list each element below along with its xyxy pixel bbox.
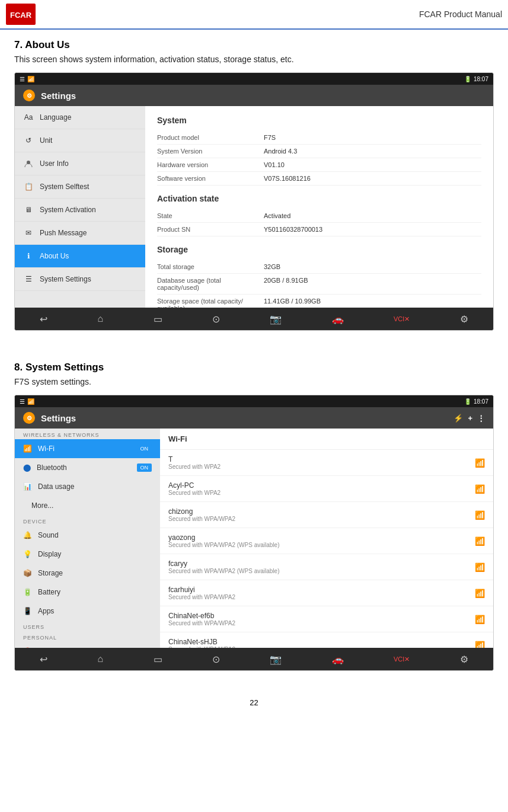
wifi-network-fcaryy[interactable]: fcaryy Secured with WPA/WPA2 (WPS availa… (160, 554, 493, 580)
fcar-logo: FCAR (6, 4, 36, 25)
wifi-toggle[interactable]: ON (137, 445, 152, 453)
wifi-signal-chinahjb: 📶 (475, 641, 485, 648)
sys-topbar-dots[interactable]: ⋮ (477, 414, 485, 423)
nav2-car-icon[interactable]: 🚗 (327, 653, 349, 666)
wifi-network-T[interactable]: T Secured with WPA2 📶 (160, 450, 493, 476)
nav2-back-icon[interactable]: ↩ (35, 653, 52, 666)
sys-settings-topbar: ⚙ Settings ⚡ + ⋮ (15, 407, 493, 429)
section-device: DEVICE (15, 515, 160, 526)
sidebar-item-push[interactable]: ✉ Push Message (15, 222, 145, 245)
sidebar-item-userinfo[interactable]: User Info (15, 152, 145, 175)
nav-back-icon[interactable]: ↩ (35, 312, 52, 326)
wifi-network-acyl[interactable]: Acyl-PC Secured with WPA2 📶 (160, 476, 493, 502)
svg-text:FCAR: FCAR (10, 11, 32, 20)
row-db-usage: Database usage (total capacity/used) 20G… (157, 274, 481, 295)
status2-battery: 🔋 (464, 398, 471, 405)
nav-recent-icon[interactable]: ▭ (149, 312, 167, 326)
nav2-camera-icon[interactable]: 📷 (265, 653, 286, 666)
more-label: More... (31, 501, 53, 510)
wifi-signal-fcarhuiyi: 📶 (475, 589, 485, 598)
status-bar2-right: 🔋 18:07 (464, 398, 488, 405)
row-hardware-version: Hardware version V01.10 (157, 158, 481, 172)
status2-time: 18:07 (474, 398, 488, 405)
sys-sidebar-wifi[interactable]: 📶 Wi-Fi ON (15, 439, 160, 458)
section-personal: PERSONAL (15, 631, 160, 642)
wifi-network-chizong[interactable]: chizong Secured with WPA/WPA2 📶 (160, 502, 493, 528)
wifi-signal-fcaryy: 📶 (475, 562, 485, 572)
about-panel: System Product model F7S System Version … (145, 106, 493, 308)
section1-desc: This screen shows system information, ac… (14, 55, 494, 64)
sidebar-item-language[interactable]: Aa Language (15, 106, 145, 129)
settings-topbar-title: Settings (41, 91, 76, 101)
sys-sidebar-storage[interactable]: 📦 Storage (15, 564, 160, 583)
sys-sidebar-sound[interactable]: 🔔 Sound (15, 526, 160, 545)
bluetooth-toggle[interactable]: ON (137, 463, 152, 472)
row-state: State Activated (157, 209, 481, 223)
section1-title: 7. About Us (14, 39, 494, 51)
status2-icon-1: ☰ (20, 398, 25, 405)
nav-camera-icon[interactable]: 📷 (265, 312, 286, 326)
status2-icon-2: 📶 (27, 398, 34, 405)
userinfo-icon (23, 158, 34, 169)
sidebar-item-selftest[interactable]: 📋 System Selftest (15, 175, 145, 199)
status-icon-battery: 🔋 (464, 76, 471, 82)
row-storage-space: Storage space (total capacity/ available… (157, 295, 481, 308)
wifi-network-yaozong[interactable]: yaozong Secured with WPA/WPA2 (WPS avail… (160, 528, 493, 554)
status-bar-1: ☰ 📶 🔋 18:07 (15, 73, 493, 85)
status-icon-2: 📶 (27, 76, 34, 82)
sys-settings-screenshot: ☰ 📶 🔋 18:07 ⚙ Settings ⚡ + ⋮ (14, 395, 494, 671)
sys-sidebar-more[interactable]: More... (15, 496, 160, 515)
storage-icon: 📦 (23, 569, 32, 577)
wifi-signal-acyl: 📶 (475, 484, 485, 494)
row-product-sn: Product SN Y501160328700013 (157, 223, 481, 236)
settings-icon: ⚙ (23, 89, 35, 101)
wifi-network-chinahjb[interactable]: ChinaNet-sHJB Secured with WPA/WPA2 📶 (160, 632, 493, 648)
manual-title: FCAR Product Manual (419, 9, 502, 19)
nav-car-icon[interactable]: 🚗 (327, 312, 349, 326)
activation-title: Activation state (157, 194, 481, 203)
wifi-signal-chinaef6b: 📶 (475, 615, 485, 624)
bottom-nav-2: ↩ ⌂ ▭ ⊙ 📷 🚗 VCI✕ ⚙ (15, 648, 493, 670)
sidebar-item-syssettings[interactable]: ☰ System Settings (15, 268, 145, 291)
sys-sidebar-datausage[interactable]: 📊 Data usage (15, 477, 160, 496)
section-system-settings: 8. System Settings F7S system settings. … (14, 362, 494, 671)
nav2-recent-icon[interactable]: ▭ (149, 653, 167, 666)
status-icon-1: ☰ (20, 76, 25, 82)
settings-sidebar: Aa Language ↺ Unit User Info 📋 (15, 106, 145, 308)
sidebar-item-aboutus[interactable]: ℹ About Us (15, 245, 145, 268)
sys-settings-body: WIRELESS & NETWORKS 📶 Wi-Fi ON ⬤ Bluetoo… (15, 429, 493, 648)
nav2-home-icon[interactable]: ⌂ (93, 653, 108, 666)
sys-sidebar-location[interactable]: 📍 Location access (15, 642, 160, 648)
nav2-settings-icon[interactable]: ⊙ (207, 653, 225, 666)
nav-vci-icon[interactable]: VCI✕ (389, 314, 414, 324)
bluetooth-icon: ⬤ (23, 463, 31, 472)
sidebar-item-activation[interactable]: 🖥 System Activation (15, 199, 145, 222)
activation-icon: 🖥 (23, 204, 34, 215)
sidebar-item-unit[interactable]: ↺ Unit (15, 129, 145, 152)
sys-sidebar-apps[interactable]: 📱 Apps (15, 602, 160, 621)
sys-topbar-plus[interactable]: + (468, 414, 472, 423)
about-us-screenshot: ☰ 📶 🔋 18:07 ⚙ Settings Aa Lang (14, 72, 494, 331)
sys-topbar-right: ⚡ + ⋮ (453, 414, 485, 423)
page-number: 22 (14, 689, 494, 712)
apps-icon: 📱 (23, 607, 32, 615)
sys-sidebar-bluetooth[interactable]: ⬤ Bluetooth ON (15, 458, 160, 477)
sys-sidebar-battery[interactable]: 🔋 Battery (15, 583, 160, 602)
row-system-version: System Version Android 4.3 (157, 145, 481, 158)
nav2-vci-icon[interactable]: VCI✕ (389, 654, 414, 664)
sys-sidebar: WIRELESS & NETWORKS 📶 Wi-Fi ON ⬤ Bluetoo… (15, 429, 160, 648)
section-users: USERS (15, 621, 160, 631)
wifi-network-chinaef6b[interactable]: ChinaNet-ef6b Secured with WPA/WPA2 📶 (160, 606, 493, 632)
sys-sidebar-display[interactable]: 💡 Display (15, 545, 160, 564)
nav-settings-icon[interactable]: ⊙ (207, 312, 225, 326)
location-icon: 📍 (23, 647, 32, 648)
wifi-network-fcarhuiyi[interactable]: fcarhuiyi Secured with WPA/WPA2 📶 (160, 580, 493, 606)
nav2-gear-icon[interactable]: ⚙ (455, 653, 473, 666)
nav-home-icon[interactable]: ⌂ (93, 312, 108, 325)
battery-icon: 🔋 (23, 588, 32, 596)
system-title: System (157, 116, 481, 125)
nav-gear-icon[interactable]: ⚙ (455, 312, 473, 326)
section-about-us: 7. About Us This screen shows system inf… (14, 39, 494, 331)
aboutus-icon: ℹ (23, 251, 34, 261)
sys-topbar-left: ⚙ Settings (23, 412, 76, 424)
